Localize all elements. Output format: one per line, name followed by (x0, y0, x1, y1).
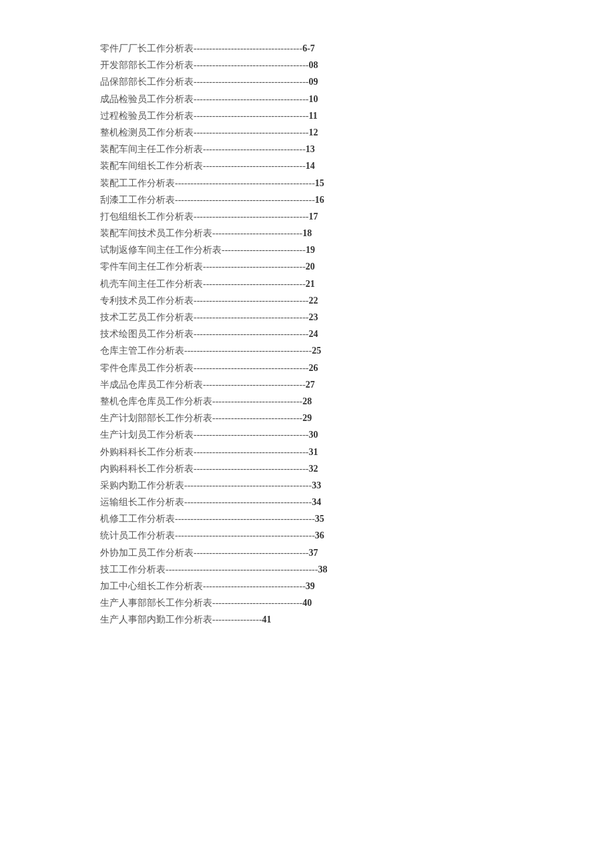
toc-entry-leader: ------------------------------------- (194, 107, 309, 124)
toc-entry-leader: ----------------------------------------… (175, 175, 315, 191)
toc-entry-title: 零件仓库员工作分析表 (100, 360, 194, 376)
toc-entry-leader: --------------------------------- (203, 376, 306, 393)
toc-entry-page: 10 (309, 91, 318, 107)
toc-entry: 内购科科长工作分析表 -----------------------------… (100, 460, 514, 477)
toc-entry-page: 38 (318, 561, 327, 578)
toc-entry-title: 内购科科长工作分析表 (100, 460, 194, 477)
toc-entry-leader: ------------------------------------- (194, 208, 309, 225)
toc-entry: 整机检测员工作分析表 -----------------------------… (100, 124, 514, 141)
toc-entry-leader: --------------------------------- (203, 276, 306, 292)
toc-entry-page: 09 (309, 73, 318, 90)
toc-entry-leader: ------------------------------------- (194, 73, 309, 90)
toc-entry-title: 装配车间主任工作分析表 (100, 141, 203, 157)
toc-entry-page: 35 (315, 510, 324, 527)
toc-entry-title: 采购内勤工作分析表 (100, 477, 184, 494)
toc-entry-leader: ------------------------------------- (194, 309, 309, 326)
toc-entry-leader: ------------------------------------- (194, 57, 309, 73)
toc-entry-page: 22 (309, 292, 318, 309)
toc-entry-title: 生产计划员工作分析表 (100, 426, 194, 443)
toc-entry-page: 18 (302, 225, 312, 242)
toc-entry: 零件车间主任工作分析表 ----------------------------… (100, 258, 514, 275)
toc-entry: 机修工工作分析表 -------------------------------… (100, 510, 514, 527)
toc-entry-page: 13 (306, 141, 315, 157)
toc-entry-page: 17 (309, 208, 318, 225)
toc-entry-page: 24 (309, 326, 318, 342)
toc-entry-page: 41 (262, 611, 272, 628)
toc-entry: 试制返修车间主任工作分析表 --------------------------… (100, 242, 514, 258)
toc-entry: 生产计划员工作分析表 -----------------------------… (100, 426, 514, 443)
toc-entry-title: 试制返修车间主任工作分析表 (100, 242, 222, 258)
toc-entry-title: 过程检验员工作分析表 (100, 107, 194, 124)
toc-entry-page: 19 (306, 242, 315, 258)
toc-entry: 刮漆工工作分析表 -------------------------------… (100, 191, 514, 208)
toc-entry-title: 整机仓库仓库员工作分析表 (100, 393, 212, 410)
toc-entry-leader: --------------------------------- (203, 157, 306, 174)
toc-entry: 过程检验员工作分析表 -----------------------------… (100, 107, 514, 124)
toc-entry-page: 39 (306, 578, 315, 594)
toc-entry: 专利技术员工作分析表 -----------------------------… (100, 292, 514, 309)
toc-entry-title: 零件车间主任工作分析表 (100, 258, 203, 275)
toc-entry-title: 机壳车间主任工作分析表 (100, 276, 203, 292)
toc-entry: 装配工工作分析表 -------------------------------… (100, 175, 514, 191)
toc-entry: 仓库主管工作分析表 ------------------------------… (100, 342, 514, 359)
toc-entry-leader: ------------------------------------- (194, 460, 309, 477)
toc-entry-page: 29 (302, 410, 312, 426)
toc-entry-page: 14 (306, 157, 315, 174)
toc-entry-leader: ----------------------------- (212, 393, 302, 410)
toc-entry-leader: ----------------------------- (212, 594, 302, 611)
toc-entry: 统计员工作分析表 -------------------------------… (100, 527, 514, 544)
toc-entry-page: 12 (309, 124, 318, 141)
toc-entry: 采购内勤工作分析表 ------------------------------… (100, 477, 514, 494)
toc-entry-page: 30 (309, 426, 318, 443)
toc-entry: 整机仓库仓库员工作分析表 ---------------------------… (100, 393, 514, 410)
toc-entry-leader: ----------------------------------------… (175, 191, 315, 208)
toc-entry-leader: ------------------------------------- (194, 444, 309, 460)
toc-entry-leader: ----------------------------------------… (184, 494, 312, 510)
toc-entry: 生产人事部内勤工作分析表 ----------------41 (100, 611, 514, 628)
toc-entry: 品保部部长工作分析表 -----------------------------… (100, 73, 514, 90)
toc-entry: 成品检验员工作分析表 -----------------------------… (100, 91, 514, 107)
toc-entry-leader: ----------------------------------------… (175, 527, 315, 544)
toc-entry-leader: ---------------- (212, 611, 262, 628)
toc-entry-page: 32 (309, 460, 318, 477)
toc-entry-title: 仓库主管工作分析表 (100, 342, 184, 359)
toc-entry-page: 23 (309, 309, 318, 326)
toc-entry: 技工工作分析表 --------------------------------… (100, 561, 514, 578)
toc-entry-leader: ------------------------------------- (194, 426, 309, 443)
toc-entry: 加工中心组长工作分析表 ----------------------------… (100, 578, 514, 594)
toc-entry-title: 成品检验员工作分析表 (100, 91, 194, 107)
toc-entry-title: 刮漆工工作分析表 (100, 191, 175, 208)
toc-entry-leader: ------------------------------------- (194, 360, 309, 376)
toc-entry-page: 40 (302, 594, 312, 611)
toc-entry-leader: ------------------------------------- (194, 292, 309, 309)
toc-entry-page: 34 (312, 494, 321, 510)
toc-entry-title: 机修工工作分析表 (100, 510, 175, 527)
toc-entry-title: 半成品仓库员工作分析表 (100, 376, 203, 393)
toc-entry: 装配车间主任工作分析表 ----------------------------… (100, 141, 514, 157)
toc-entry-title: 外协加工员工作分析表 (100, 544, 194, 561)
toc-entry-title: 装配工工作分析表 (100, 175, 175, 191)
toc-entry-title: 零件厂厂长工作分析表 (100, 40, 194, 57)
toc-entry-title: 生产人事部内勤工作分析表 (100, 611, 212, 628)
toc-entry-leader: ----------------------------------- (194, 40, 302, 57)
toc-entry-leader: --------------------------------- (203, 258, 306, 275)
toc-entry: 生产计划部部长工作分析表 ---------------------------… (100, 410, 514, 426)
toc-entry: 运输组长工作分析表 ------------------------------… (100, 494, 514, 510)
toc-entry-title: 加工中心组长工作分析表 (100, 578, 203, 594)
toc-entry-leader: ----------------------------------------… (166, 561, 318, 578)
toc-entry-page: 25 (312, 342, 321, 359)
toc-entry: 零件仓库员工作分析表 -----------------------------… (100, 360, 514, 376)
toc-entry: 半成品仓库员工作分析表 ----------------------------… (100, 376, 514, 393)
toc-entry-page: 15 (315, 175, 324, 191)
toc-entry-page: 21 (306, 276, 315, 292)
toc-entry-leader: ----------------------------------------… (184, 342, 312, 359)
toc-entry: 打包组组长工作分析表 -----------------------------… (100, 208, 514, 225)
toc-entry: 零件厂厂长工作分析表 -----------------------------… (100, 40, 514, 57)
toc-entry-title: 整机检测员工作分析表 (100, 124, 194, 141)
toc-entry: 外协加工员工作分析表 -----------------------------… (100, 544, 514, 561)
toc-entry-page: 20 (306, 258, 315, 275)
table-of-contents: 零件厂厂长工作分析表 -----------------------------… (100, 40, 514, 628)
toc-entry: 装配车间技术员工作分析表 ---------------------------… (100, 225, 514, 242)
toc-entry-title: 技工工作分析表 (100, 561, 166, 578)
toc-entry-leader: ------------------------------------- (194, 91, 309, 107)
